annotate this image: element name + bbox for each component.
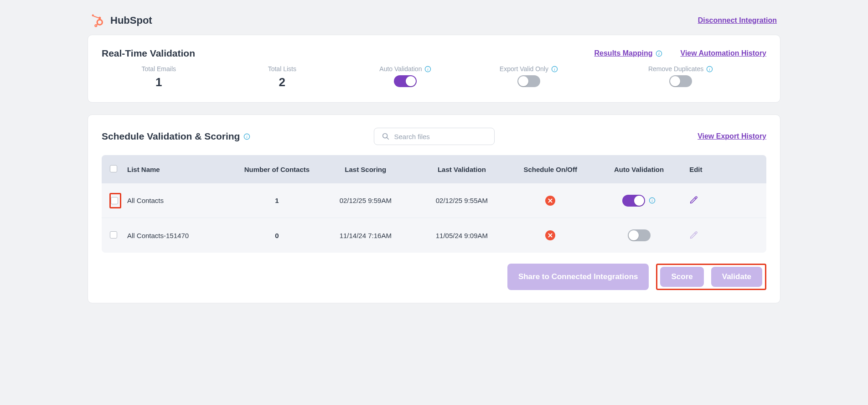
search-icon	[382, 132, 390, 140]
view-automation-history-link[interactable]: View Automation History	[681, 49, 766, 57]
svg-text:i: i	[658, 51, 660, 56]
svg-line-6	[97, 24, 98, 25]
auto-validation-toggle[interactable]	[394, 75, 417, 87]
col-schedule: Schedule On/Off	[512, 166, 589, 173]
auto-validation-stat: Auto Validation i	[348, 65, 463, 89]
svg-line-18	[387, 138, 388, 140]
svg-text:i: i	[651, 198, 653, 203]
auto-validation-label: Auto Validation	[379, 65, 422, 73]
total-emails-value: 1	[155, 75, 162, 89]
schedule-title: Schedule Validation & Scoring	[102, 131, 240, 142]
svg-text:i: i	[554, 67, 555, 71]
schedule-card: Schedule Validation & Scoring i View Exp…	[88, 114, 780, 303]
col-edit: Edit	[689, 166, 758, 173]
lists-table: List Name Number of Contacts Last Scorin…	[102, 155, 766, 253]
schedule-off-icon[interactable]	[545, 230, 555, 240]
results-mapping-link[interactable]: Results Mapping i	[594, 49, 662, 57]
realtime-validation-card: Real-Time Validation Results Mapping i V…	[88, 35, 780, 103]
svg-point-17	[382, 134, 387, 138]
row-list-name: All Contacts	[127, 197, 234, 204]
remove-duplicates-toggle[interactable]	[669, 75, 692, 87]
col-last-scoring: Last Scoring	[320, 166, 411, 173]
validate-button[interactable]: Validate	[711, 267, 762, 287]
export-valid-toggle[interactable]	[517, 75, 540, 87]
realtime-title: Real-Time Validation	[102, 48, 195, 59]
row-contacts: 1	[239, 197, 315, 204]
svg-text:i: i	[709, 67, 711, 71]
col-last-validation: Last Validation	[416, 166, 507, 173]
info-icon: i	[706, 66, 713, 73]
edit-icon[interactable]	[689, 230, 698, 239]
svg-point-3	[97, 20, 102, 25]
col-contacts: Number of Contacts	[239, 166, 315, 173]
row-last-scoring: 02/12/25 9:59AM	[320, 197, 411, 204]
total-lists-value: 2	[279, 75, 285, 89]
table-row: All Contacts102/12/25 9:59AM02/12/25 9:5…	[102, 183, 766, 218]
row-list-name: All Contacts-151470	[127, 232, 234, 239]
info-icon: i	[424, 66, 431, 73]
total-lists-stat: Total Lists 2	[225, 65, 340, 89]
row-last-scoring: 11/14/24 7:16AM	[320, 232, 411, 239]
row-auto-validation-toggle[interactable]	[628, 229, 651, 241]
table-header: List Name Number of Contacts Last Scorin…	[102, 155, 766, 183]
info-icon: i	[656, 50, 662, 57]
col-list-name: List Name	[127, 166, 234, 173]
row-last-validation: 02/12/25 9:55AM	[416, 197, 507, 204]
table-row: All Contacts-151470011/14/24 7:16AM11/05…	[102, 218, 766, 253]
info-icon: i	[649, 197, 656, 204]
score-validate-highlight: Score Validate	[656, 264, 766, 290]
svg-text:i: i	[428, 67, 429, 71]
info-icon: i	[551, 66, 558, 73]
row-checkbox[interactable]	[111, 197, 118, 204]
total-emails-label: Total Emails	[142, 65, 176, 73]
score-button[interactable]: Score	[660, 267, 703, 287]
row-last-validation: 11/05/24 9:09AM	[416, 232, 507, 239]
brand-name: HubSpot	[110, 15, 152, 26]
svg-line-2	[93, 16, 99, 18]
remove-duplicates-label: Remove Duplicates	[648, 65, 703, 73]
remove-duplicates-stat: Remove Duplicates i	[595, 65, 766, 89]
col-auto-validation: Auto Validation	[593, 166, 685, 173]
hubspot-icon	[91, 14, 105, 27]
export-valid-stat: Export Valid Only i	[472, 65, 586, 89]
svg-text:i: i	[247, 134, 248, 139]
row-contacts: 0	[239, 232, 315, 239]
row-checkbox[interactable]	[110, 231, 117, 239]
results-mapping-label: Results Mapping	[594, 49, 653, 57]
export-valid-label: Export Valid Only	[500, 65, 548, 73]
search-files[interactable]	[374, 128, 495, 145]
info-icon: i	[243, 133, 250, 140]
total-emails-stat: Total Emails 1	[102, 65, 216, 89]
share-button[interactable]: Share to Connected Integrations	[507, 264, 649, 290]
svg-point-1	[98, 17, 101, 19]
edit-icon[interactable]	[689, 195, 698, 204]
search-input[interactable]	[394, 133, 487, 140]
total-lists-label: Total Lists	[268, 65, 296, 73]
select-all-checkbox[interactable]	[110, 165, 117, 172]
brand: HubSpot	[91, 14, 152, 27]
row-auto-validation-toggle[interactable]	[622, 195, 645, 207]
view-export-history-link[interactable]: View Export History	[698, 132, 766, 140]
disconnect-integration-link[interactable]: Disconnect Integration	[698, 16, 777, 25]
schedule-off-icon[interactable]	[545, 196, 555, 206]
